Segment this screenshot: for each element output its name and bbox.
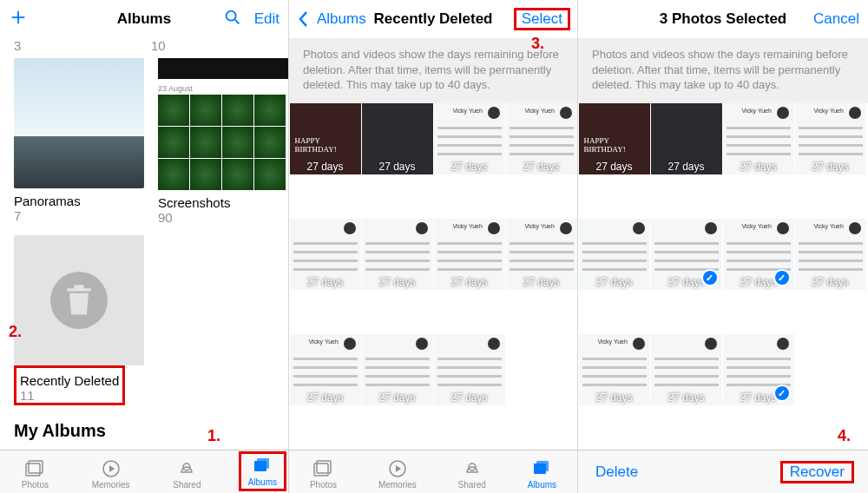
svg-marker-10 <box>109 465 115 472</box>
photo-item[interactable]: Vicky Yueh27 days <box>795 219 866 290</box>
selection-check-icon <box>773 385 791 402</box>
photo-grid: HAPPYBIRTHDAY!27 days 27 days Vicky Yueh… <box>289 103 577 450</box>
nav-bar: Albums Edit <box>0 0 288 38</box>
tab-label: Shared <box>458 480 486 490</box>
photo-item[interactable]: Vicky Yueh27 days <box>506 103 577 174</box>
photo-grid: HAPPYBIRTHDAY!27 days 27 days Vicky Yueh… <box>578 103 868 450</box>
selection-check-icon <box>701 269 719 286</box>
search-button[interactable] <box>221 4 244 35</box>
photo-item[interactable]: 27 days <box>723 334 794 405</box>
nav-bar: 3 Photos Selected Cancel <box>578 0 868 38</box>
photo-item[interactable]: HAPPYBIRTHDAY!27 days <box>290 103 361 174</box>
photo-item[interactable]: 27 days <box>434 334 505 405</box>
svg-line-3 <box>234 19 239 23</box>
tab-label: Shared <box>173 480 201 490</box>
shared-icon <box>461 458 483 479</box>
tab-shared[interactable]: Shared <box>169 457 204 491</box>
my-albums-heading: My Albums <box>14 421 274 441</box>
action-bar: Delete Recover <box>578 450 868 493</box>
tab-label: Photos <box>310 480 337 490</box>
album-date: 23 August <box>158 84 288 93</box>
albums-icon <box>530 458 553 479</box>
album-count: 7 <box>14 208 144 223</box>
photo-item[interactable]: Vicky Yueh27 days <box>434 103 505 174</box>
album-label: Panoramas <box>14 194 144 208</box>
memories-icon <box>386 458 409 479</box>
tab-shared[interactable]: Shared <box>455 457 490 491</box>
photo-item[interactable]: Vicky Yueh27 days <box>795 103 866 174</box>
album-label: Screenshots <box>158 195 288 210</box>
back-label: Albums <box>317 10 366 28</box>
tab-albums[interactable]: Albums <box>524 457 560 491</box>
photo-item[interactable]: Vicky Yueh27 days <box>723 103 794 174</box>
album-count: 10 <box>151 38 274 53</box>
tab-label: Albums <box>248 477 277 487</box>
tab-bar: Photos Memories Shared Albums <box>289 450 577 493</box>
photo-item[interactable]: Vicky Yueh27 days <box>290 334 361 405</box>
recover-button[interactable]: Recover <box>786 460 848 483</box>
cancel-button[interactable]: Cancel <box>812 7 861 31</box>
photos-icon <box>23 458 46 479</box>
tab-label: Memories <box>92 480 130 490</box>
albums-icon <box>251 456 273 477</box>
album-label: Recently Deleted <box>20 373 119 388</box>
albums-screen: Albums Edit 3 10 Panoramas 7 23 August <box>0 0 289 493</box>
photo-item[interactable]: 27 days <box>362 219 433 290</box>
photo-item[interactable]: HAPPYBIRTHDAY!27 days <box>579 103 650 174</box>
photo-item[interactable]: 27 days <box>579 219 650 290</box>
tab-albums[interactable]: Albums <box>245 454 280 489</box>
photo-item[interactable]: Vicky Yueh27 days <box>579 334 650 405</box>
photo-item[interactable]: 27 days <box>651 334 722 405</box>
album-count: 90 <box>158 210 288 225</box>
album-panoramas[interactable]: Panoramas 7 <box>14 58 144 225</box>
memories-icon <box>100 458 122 479</box>
shared-icon <box>175 458 198 479</box>
select-button[interactable]: Select <box>520 7 564 30</box>
photo-item[interactable]: 27 days <box>362 334 433 405</box>
svg-marker-14 <box>396 465 401 472</box>
photo-item[interactable]: 27 days <box>651 219 722 290</box>
album-recently-deleted[interactable]: Recently Deleted 11 <box>14 235 144 405</box>
info-text: Photos and videos show the days remainin… <box>578 38 868 103</box>
album-count: 11 <box>20 388 119 403</box>
add-button[interactable] <box>7 4 30 35</box>
back-button[interactable]: Albums <box>296 7 368 31</box>
photo-item[interactable]: 27 days <box>362 103 433 174</box>
tab-photos[interactable]: Photos <box>306 457 340 491</box>
tab-memories[interactable]: Memories <box>89 457 134 491</box>
trash-icon <box>50 272 108 329</box>
svg-rect-6 <box>257 458 269 469</box>
selection-check-icon <box>773 269 791 286</box>
delete-button[interactable]: Delete <box>592 460 641 484</box>
photos-icon <box>312 458 334 479</box>
tab-memories[interactable]: Memories <box>375 457 420 491</box>
photo-item[interactable]: Vicky Yueh27 days <box>723 219 794 290</box>
selection-screen: 3 Photos Selected Cancel Photos and vide… <box>578 0 868 493</box>
photo-item[interactable]: 27 days <box>290 219 361 290</box>
svg-point-2 <box>226 10 235 20</box>
chevron-left-icon <box>298 10 308 28</box>
svg-rect-16 <box>536 461 549 471</box>
albums-list: 3 10 Panoramas 7 23 August Screenshots 9… <box>0 38 288 450</box>
recently-deleted-screen: Albums Recently Deleted Select 3. Photos… <box>289 0 578 493</box>
tab-photos[interactable]: Photos <box>18 457 52 491</box>
nav-bar: Albums Recently Deleted Select <box>289 0 577 38</box>
photo-item[interactable]: Vicky Yueh27 days <box>434 219 505 290</box>
tab-label: Albums <box>528 480 556 490</box>
album-screenshots[interactable]: 23 August Screenshots 90 <box>158 58 288 225</box>
info-text: Photos and videos show the days remainin… <box>289 38 577 103</box>
photo-item[interactable]: 27 days <box>651 103 722 174</box>
edit-button[interactable]: Edit <box>253 7 281 31</box>
tab-label: Photos <box>22 480 49 490</box>
album-count: 3 <box>14 38 137 53</box>
photo-item[interactable]: Vicky Yueh27 days <box>506 219 577 290</box>
tab-label: Memories <box>378 480 417 490</box>
